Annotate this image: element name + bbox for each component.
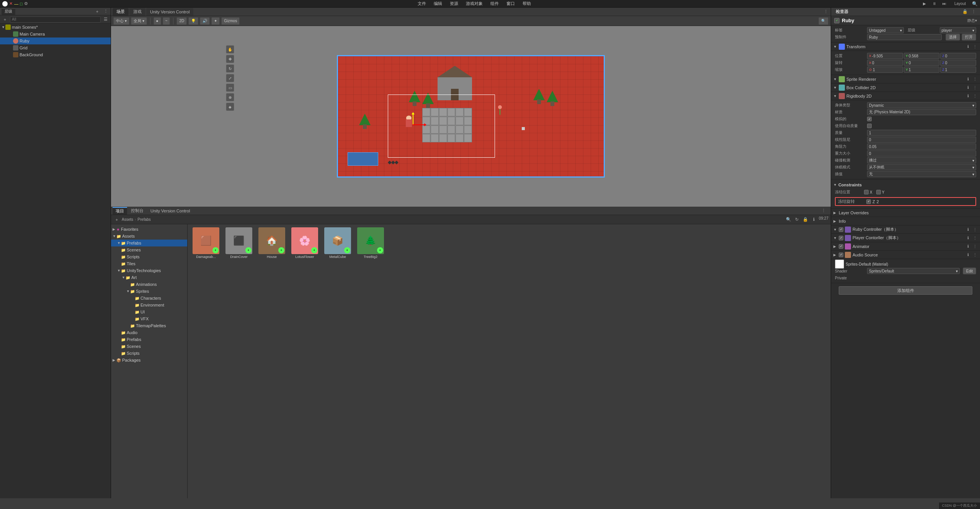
asset-draincover[interactable]: ⬛ + DrainCover bbox=[224, 227, 254, 259]
rect-tool-btn[interactable]: ▭ bbox=[226, 83, 234, 92]
close-btn[interactable]: ✕ bbox=[9, 1, 13, 6]
tree-tiles[interactable]: 📁 Tiles bbox=[111, 260, 187, 267]
prefab-value[interactable]: Ruby bbox=[867, 34, 942, 40]
animator-enabled[interactable]: ✓ bbox=[839, 244, 843, 249]
hierarchy-search-input[interactable] bbox=[10, 16, 101, 23]
automass-checkbox[interactable] bbox=[867, 124, 872, 128]
asset-metalcube[interactable]: 📦 + MetalCube bbox=[322, 227, 353, 259]
menu-gameobject[interactable]: 游戏对象 bbox=[464, 1, 484, 7]
proj-search-btn[interactable]: 🔍 bbox=[785, 216, 792, 223]
proj-refresh-btn[interactable]: ↻ bbox=[794, 216, 800, 223]
tree-scenes2[interactable]: 📁 Scenes bbox=[111, 343, 187, 350]
proj-add-btn[interactable]: + bbox=[113, 216, 120, 223]
sleeping-dropdown[interactable]: 从不休眠 ▾ bbox=[867, 164, 976, 170]
tree-prefabs2[interactable]: 📁 Prefabs bbox=[111, 336, 187, 343]
object-enabled-checkbox[interactable]: ✓ bbox=[834, 18, 840, 23]
scene-options-btn[interactable]: ⋮ bbox=[822, 8, 829, 15]
gizmo-btn[interactable]: ~ bbox=[163, 17, 170, 25]
menu-component[interactable]: 组件 bbox=[489, 1, 500, 7]
menu-assets[interactable]: 资源 bbox=[448, 1, 460, 7]
hierarchy-background[interactable]: BackGround bbox=[0, 51, 111, 58]
rb-settings-btn[interactable]: ⋮ bbox=[972, 93, 978, 99]
animator-info-btn[interactable]: ℹ bbox=[965, 244, 971, 249]
hierarchy-ruby[interactable]: Ruby bbox=[0, 38, 111, 44]
asset-house[interactable]: 🏠 + House bbox=[256, 227, 287, 259]
constraints-header[interactable]: ▼ Constraints bbox=[833, 181, 978, 189]
breadcrumb-prefabs[interactable]: Prefabs bbox=[137, 217, 150, 222]
collision-dropdown[interactable]: 拂过 ▾ bbox=[867, 157, 976, 163]
tree-packages[interactable]: ▶ 📦 Packages bbox=[111, 357, 187, 364]
angular-drag-value[interactable]: 0.05 bbox=[867, 144, 976, 150]
inspector-lock-btn[interactable]: 🔒 bbox=[962, 8, 969, 15]
collider-settings-btn[interactable]: ⋮ bbox=[972, 85, 978, 90]
player-script-settings-btn[interactable]: ⋮ bbox=[972, 235, 978, 241]
tab-project[interactable]: 项目 bbox=[113, 207, 127, 215]
settings-btn[interactable]: ⚙ bbox=[24, 1, 28, 6]
scl-z-field[interactable]: Z1 bbox=[940, 67, 976, 73]
audio-settings-btn[interactable]: ⋮ bbox=[972, 252, 978, 258]
freeze-pos-x[interactable]: X bbox=[864, 190, 872, 194]
transform-settings-btn[interactable]: ⋮ bbox=[972, 44, 978, 49]
maximize-btn[interactable]: □ bbox=[20, 2, 23, 6]
asset-damageable[interactable]: 🟫 + Damageab... bbox=[191, 227, 221, 259]
body-type-dropdown[interactable]: Dynamic ▾ bbox=[867, 102, 976, 108]
tree-assets[interactable]: ▼ 📁 Assets bbox=[111, 233, 187, 240]
shader-edit-btn[interactable]: Edit bbox=[963, 268, 976, 274]
fx-btn[interactable]: ✦ bbox=[211, 17, 220, 25]
tree-ui[interactable]: 📁 UI bbox=[111, 308, 187, 315]
lighting-btn[interactable]: 💡 bbox=[188, 17, 198, 25]
move-tool-btn[interactable]: ✥ bbox=[226, 55, 234, 63]
hierarchy-main-camera[interactable]: Main Camera bbox=[0, 31, 111, 38]
freeze-pos-x-checkbox[interactable] bbox=[864, 190, 869, 194]
pause-button[interactable]: ⏸ bbox=[931, 1, 938, 7]
hierarchy-add-btn[interactable]: + bbox=[94, 8, 101, 15]
transform-info-btn[interactable]: ℹ bbox=[965, 44, 971, 49]
sprite-info-btn[interactable]: ℹ bbox=[965, 77, 971, 82]
menu-file[interactable]: 文件 bbox=[416, 1, 428, 7]
prefab-select-btn[interactable]: 选择 bbox=[946, 34, 960, 41]
pos-z-field[interactable]: Z0 bbox=[940, 53, 976, 59]
center-dropdown[interactable]: 中心 ▾ bbox=[113, 17, 129, 25]
simulated-checkbox[interactable]: ✓ bbox=[867, 117, 872, 121]
tab-scene[interactable]: 场景 bbox=[113, 8, 129, 16]
snap-btn[interactable]: ● bbox=[154, 17, 161, 25]
prefab-open-btn[interactable]: 打开 bbox=[962, 34, 976, 41]
ruby-script-info-btn[interactable]: ℹ bbox=[965, 227, 971, 232]
tab-game[interactable]: 游戏 bbox=[129, 8, 145, 16]
linear-drag-value[interactable]: 0 bbox=[867, 137, 976, 143]
tag-dropdown[interactable]: Untagged ▾ bbox=[867, 27, 904, 33]
tree-animations[interactable]: 📁 Animations bbox=[111, 281, 187, 288]
collider-info-btn[interactable]: ℹ bbox=[965, 85, 971, 90]
freeze-pos-y[interactable]: Y bbox=[876, 190, 885, 194]
menu-window[interactable]: 窗口 bbox=[505, 1, 516, 7]
hierarchy-tab[interactable]: 层级 bbox=[2, 8, 15, 15]
project-options-btn[interactable]: ⋮ bbox=[820, 207, 827, 214]
minimize-btn[interactable]: — bbox=[14, 2, 18, 6]
audio-btn[interactable]: 🔊 bbox=[200, 17, 210, 25]
scale-tool-btn[interactable]: ⤢ bbox=[226, 74, 234, 82]
tab-version[interactable]: Unity Version Control bbox=[147, 207, 193, 215]
player-script-enabled[interactable]: ✓ bbox=[839, 236, 843, 240]
breadcrumb-assets[interactable]: Assets bbox=[122, 217, 133, 222]
inspector-menu-btn[interactable]: ⋮ bbox=[970, 8, 977, 15]
menu-edit[interactable]: 编辑 bbox=[432, 1, 444, 7]
freeze-pos-y-checkbox[interactable] bbox=[876, 190, 881, 194]
layer-dropdown[interactable]: player ▾ bbox=[940, 27, 977, 33]
menu-help[interactable]: 帮助 bbox=[521, 1, 532, 7]
hierarchy-options-btn[interactable]: ☰ bbox=[102, 16, 109, 23]
ruby-script-settings-btn[interactable]: ⋮ bbox=[972, 227, 978, 232]
tree-audio[interactable]: 📁 Audio bbox=[111, 329, 187, 336]
rotate-tool-btn[interactable]: ↻ bbox=[226, 64, 234, 73]
asset-tree[interactable]: 🌲 + TreeBig2 bbox=[355, 227, 386, 259]
scl-x-field[interactable]: ⊙1 bbox=[867, 67, 903, 73]
animator-settings-btn[interactable]: ⋮ bbox=[972, 244, 978, 249]
rot-z-field[interactable]: Z0 bbox=[940, 60, 976, 66]
ruby-script-enabled[interactable]: ✓ bbox=[839, 227, 843, 232]
hierarchy-menu-btn[interactable]: ⋮ bbox=[102, 8, 109, 15]
gravity-value[interactable]: 0 bbox=[867, 150, 976, 157]
hierarchy-create-btn[interactable]: + bbox=[2, 16, 8, 23]
pos-y-field[interactable]: Y0.568 bbox=[904, 53, 940, 59]
rot-y-field[interactable]: Y0 bbox=[904, 60, 940, 66]
shader-dropdown[interactable]: Sprites/Default ▾ bbox=[867, 268, 960, 274]
hand-tool-btn[interactable]: ✋ bbox=[226, 45, 234, 54]
